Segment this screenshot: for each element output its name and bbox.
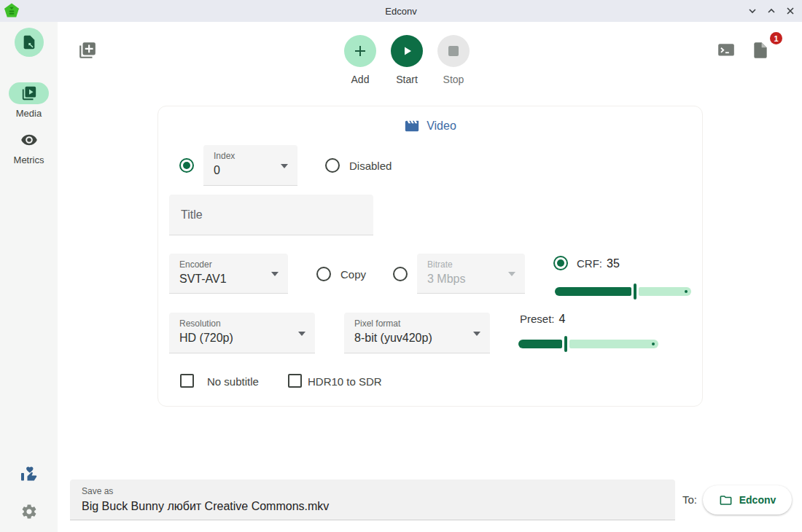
index-radio[interactable]: [179, 158, 194, 173]
no-subtitle-label: No subtitle: [207, 375, 259, 389]
no-subtitle-checkbox[interactable]: [180, 374, 194, 388]
main-content: Add Start Stop: [58, 22, 802, 532]
folder-icon: [719, 493, 733, 507]
to-label: To:: [682, 493, 697, 506]
pixel-format-select-label: Pixel format: [354, 318, 480, 329]
destination-folder-button[interactable]: Edconv: [703, 485, 792, 515]
start-button[interactable]: Start: [391, 35, 423, 85]
bitrate-select[interactable]: Bitrate 3 Mbps: [417, 254, 525, 294]
card-header: Video: [158, 118, 702, 134]
document-icon: [751, 41, 770, 60]
start-circle: [391, 35, 423, 67]
chevron-down-icon: [281, 164, 288, 168]
card-title: Video: [427, 120, 456, 133]
start-label: Start: [396, 74, 418, 85]
bitrate-radio[interactable]: [393, 267, 408, 281]
index-select-label: Index: [214, 151, 287, 162]
titlebar: Edconv: [0, 0, 802, 22]
crf-slider-thumb[interactable]: [634, 283, 636, 300]
minimize-button[interactable]: [745, 4, 760, 18]
terminal-icon: [717, 41, 736, 60]
stop-label: Stop: [443, 74, 464, 85]
add-label: Add: [351, 74, 370, 85]
open-file-icon: [21, 34, 37, 50]
settings-button[interactable]: [20, 503, 38, 520]
donate-button[interactable]: [20, 465, 38, 482]
chevron-down-icon: [508, 272, 515, 276]
stop-icon: [448, 46, 459, 56]
notification-badge: 1: [770, 32, 782, 44]
log-file-button[interactable]: [751, 41, 770, 60]
title-field[interactable]: [169, 195, 373, 235]
sidebar-item-media[interactable]: Media: [0, 82, 58, 119]
video-library-icon: [21, 85, 37, 101]
add-to-queue-icon: [78, 41, 97, 60]
crf-slider[interactable]: [555, 283, 691, 300]
pixel-format-select-value: 8-bit (yuv420p): [354, 329, 480, 347]
bitrate-select-value: 3 Mbps: [427, 270, 515, 288]
add-to-queue-button[interactable]: [78, 41, 97, 60]
window-title: Edconv: [0, 6, 802, 17]
crf-label: CRF:35: [577, 257, 620, 270]
preset-slider-thumb[interactable]: [564, 336, 567, 352]
edconv-window: Edconv: [0, 0, 802, 532]
chevron-up-icon: [766, 6, 776, 16]
save-as-value: Big Buck Bunny любит Creative Commons.mk…: [82, 497, 663, 515]
resolution-select[interactable]: Resolution HD (720p): [169, 313, 315, 353]
close-button[interactable]: [783, 4, 798, 18]
stop-button[interactable]: Stop: [437, 35, 470, 85]
disabled-radio[interactable]: [325, 158, 340, 173]
hdr10-to-sdr-label: HDR10 to SDR: [308, 375, 382, 389]
gear-icon: [20, 503, 38, 520]
add-button[interactable]: Add: [344, 35, 376, 85]
close-icon: [785, 6, 795, 16]
crf-radio[interactable]: [553, 256, 568, 270]
encoder-select-value: SVT-AV1: [179, 270, 278, 288]
save-as-label: Save as: [82, 486, 663, 497]
movie-icon: [404, 118, 420, 134]
media-pill: [9, 82, 49, 104]
preset-label: Preset:4: [520, 313, 565, 326]
open-file-button[interactable]: [15, 28, 44, 57]
preset-value: 4: [559, 313, 566, 325]
maximize-button[interactable]: [764, 4, 779, 18]
play-icon: [400, 44, 413, 58]
save-as-field[interactable]: Save as Big Buck Bunny любит Creative Co…: [70, 480, 675, 520]
title-input[interactable]: [181, 208, 362, 222]
transport-toolbar: Add Start Stop: [344, 35, 470, 85]
copy-radio-label: Copy: [340, 267, 366, 282]
encoder-select-label: Encoder: [179, 259, 278, 270]
preset-slider-rest-track: [569, 340, 658, 348]
resolution-select-label: Resolution: [179, 318, 305, 329]
crf-slider-rest-track: [639, 287, 691, 296]
disabled-radio-label: Disabled: [349, 159, 392, 173]
pixel-format-select[interactable]: Pixel format 8-bit (yuv420p): [344, 313, 490, 353]
sidebar-item-metrics[interactable]: Metrics: [0, 129, 58, 165]
chevron-down-icon: [747, 6, 758, 16]
window-controls: [745, 0, 798, 22]
hdr10-to-sdr-checkbox[interactable]: [288, 374, 302, 388]
bitrate-select-label: Bitrate: [427, 259, 515, 270]
index-select-value: 0: [214, 162, 287, 179]
hand-heart-icon: [20, 465, 38, 482]
sidebar-item-label: Media: [0, 108, 58, 119]
stop-circle: [437, 35, 470, 67]
crf-value: 35: [607, 257, 620, 270]
preset-slider[interactable]: [518, 336, 658, 352]
metrics-pill: [9, 129, 49, 151]
add-circle: [344, 35, 376, 67]
video-settings-card: Video Index 0 Disabled Encoder SVT-AV1: [157, 106, 703, 407]
preset-slider-active-track: [518, 340, 562, 348]
sidebar: Media Metrics: [0, 22, 58, 532]
crf-slider-active-track: [555, 287, 631, 296]
sidebar-item-label: Metrics: [0, 154, 58, 165]
copy-radio[interactable]: [316, 267, 331, 281]
destination-folder-label: Edconv: [739, 494, 776, 506]
resolution-select-value: HD (720p): [179, 329, 305, 347]
chevron-down-icon: [298, 332, 305, 336]
chevron-down-icon: [473, 332, 480, 336]
encoder-select[interactable]: Encoder SVT-AV1: [169, 254, 288, 294]
chevron-down-icon: [271, 272, 279, 276]
index-select[interactable]: Index 0: [203, 145, 297, 186]
terminal-button[interactable]: [717, 41, 736, 60]
